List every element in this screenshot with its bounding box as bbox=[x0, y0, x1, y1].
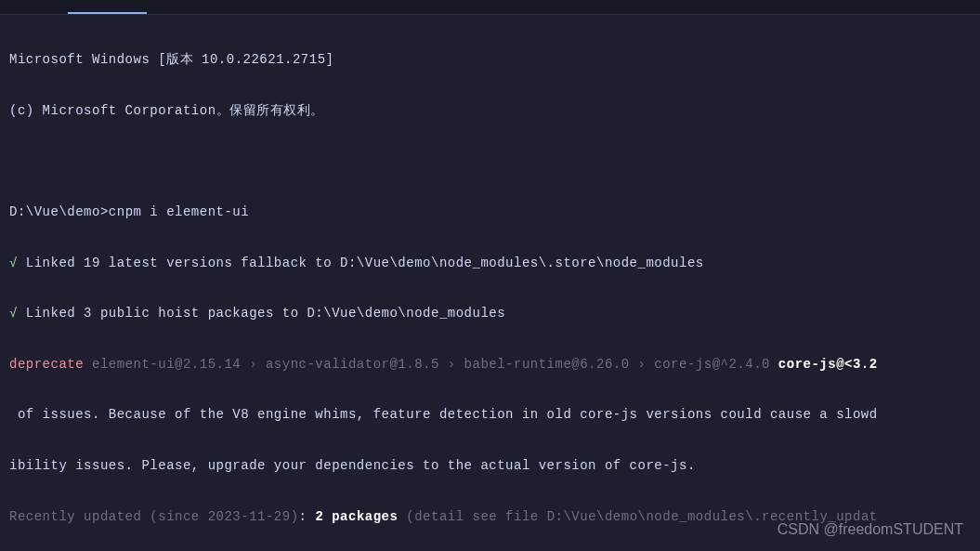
os-version-line: Microsoft Windows [版本 10.0.22621.2715] bbox=[9, 47, 971, 72]
command-line-1: D:\Vue\demo>cnpm i element-ui bbox=[9, 200, 971, 225]
active-tab-indicator bbox=[68, 12, 147, 14]
deprecate-chain: element-ui@2.15.14 › async-validator@1.8… bbox=[84, 357, 778, 372]
command-text: cnpm i element-ui bbox=[109, 204, 249, 219]
terminal-output[interactable]: Microsoft Windows [版本 10.0.22621.2715] (… bbox=[0, 15, 980, 551]
check-icon: √ bbox=[9, 306, 18, 321]
blank-line bbox=[9, 149, 971, 174]
recent-prefix: Recently updated (since 2023-11-29) bbox=[9, 509, 299, 524]
copyright-line: (c) Microsoft Corporation。保留所有权利。 bbox=[9, 98, 971, 124]
watermark: CSDN @freedomSTUDENT bbox=[777, 521, 963, 538]
deprecate-msg-1: of issues. Because of the V8 engine whim… bbox=[9, 402, 971, 427]
output-text: Linked 3 public hoist packages to D:\Vue… bbox=[18, 306, 505, 321]
linked-hoist-line: √ Linked 3 public hoist packages to D:\V… bbox=[9, 301, 971, 326]
recent-packages: packages bbox=[323, 509, 398, 524]
deprecate-package: core-js@<3.2 bbox=[778, 357, 878, 372]
tab-bar bbox=[0, 0, 980, 15]
deprecate-label: deprecate bbox=[9, 357, 84, 372]
recent-count: 2 bbox=[315, 509, 323, 524]
check-icon: √ bbox=[9, 256, 18, 270]
output-text: Linked 19 latest versions fallback to D:… bbox=[18, 256, 704, 270]
prompt-path: D:\Vue\demo> bbox=[9, 204, 109, 219]
deprecate-line: deprecate element-ui@2.15.14 › async-val… bbox=[9, 352, 971, 377]
recent-colon: : bbox=[299, 509, 316, 524]
deprecate-msg-2: ibility issues. Please, upgrade your dep… bbox=[9, 453, 971, 479]
linked-versions-line: √ Linked 19 latest versions fallback to … bbox=[9, 251, 971, 276]
